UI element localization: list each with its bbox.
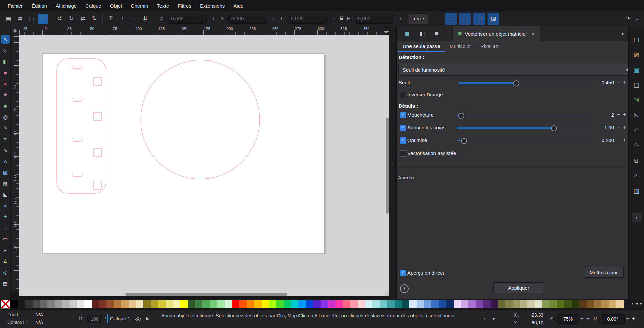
commands-overflow-button[interactable]: ▾ [631,213,642,222]
pages-tool[interactable]: ▤ [1,279,10,288]
menu-filtres[interactable]: Filtres [173,3,196,9]
y-input[interactable] [228,14,267,24]
invert-image-checkbox[interactable] [400,92,406,98]
flip-vertical-button[interactable]: ⇅ [89,14,99,24]
rotate-ccw-button[interactable]: ↺ [55,14,65,24]
lock-ratio-icon[interactable] [339,15,344,22]
color-swatch[interactable] [498,300,505,308]
vertical-ruler[interactable]: 0255075100125150175200225 [11,35,19,292]
tab-une-seule-passe[interactable]: Une seule passe [398,41,445,52]
color-swatch[interactable] [313,300,321,308]
color-swatch[interactable] [446,300,454,308]
text-tool[interactable]: A [1,157,10,166]
vertical-scrollbar[interactable] [385,35,389,292]
color-swatch[interactable] [25,300,33,308]
selector-tool[interactable]: ↖ [1,35,10,44]
speckles-checkbox[interactable] [400,112,406,118]
gradient-tool[interactable]: ▧ [1,168,10,177]
color-swatch[interactable] [92,300,99,308]
color-swatch[interactable] [468,300,476,308]
smooth-corners-slider-knob[interactable] [551,125,557,131]
color-swatch[interactable] [232,300,239,308]
color-swatch[interactable] [47,300,55,308]
dock-menu-chevron-icon[interactable]: ▾ [621,31,624,36]
color-swatch[interactable] [402,300,409,308]
save-button[interactable]: ▣ [631,65,641,75]
color-swatch[interactable] [173,300,180,308]
spray-tool[interactable]: ∴ [1,223,10,232]
color-swatch[interactable] [276,300,284,308]
dropper-tool[interactable]: ◣ [1,190,10,199]
measure-tool[interactable]: ∠ [1,257,10,265]
layer-lock-icon[interactable] [145,316,149,322]
color-swatch[interactable] [202,300,210,308]
new-document-button[interactable]: ▢ [631,35,641,45]
height-spinner[interactable]: −+ [395,16,403,22]
layer-visibility-icon[interactable] [135,317,141,323]
mesh-tool[interactable]: ▦ [1,179,10,188]
color-swatch[interactable] [483,300,491,308]
palette-scroll-left-icon[interactable]: ◂ [636,301,638,306]
zoom-minus-button[interactable]: − [580,316,583,322]
smooth-corners-value[interactable]: 1,00 [593,124,614,131]
color-swatch[interactable] [587,300,594,308]
color-swatch[interactable] [417,300,424,308]
color-swatch[interactable] [151,300,158,308]
rectangle-tool[interactable]: ■ [1,68,10,77]
color-swatch[interactable] [616,300,624,308]
pencil-tool[interactable]: ✎ [1,124,10,132]
paste-button[interactable]: ▥ [631,186,641,196]
menu-aide[interactable]: Aide [229,3,248,9]
menu-chemin[interactable]: Chemin [127,3,153,9]
x-input[interactable] [168,14,207,24]
fill-value[interactable]: N/A [35,312,43,317]
color-swatch[interactable] [321,300,328,308]
color-swatch[interactable] [10,300,18,308]
raise-button[interactable]: ↑ [118,14,128,24]
color-swatch[interactable] [358,300,365,308]
color-swatch[interactable] [431,300,439,308]
color-swatch[interactable] [380,300,387,308]
color-swatch[interactable] [609,300,616,308]
apply-button[interactable]: Appliquer [493,282,544,293]
rotate-cw-button[interactable]: ↻ [66,14,76,24]
units-dropdown[interactable]: mm ▾ [409,13,428,24]
color-swatch[interactable] [55,300,62,308]
color-swatch[interactable] [77,300,84,308]
menu-calque[interactable]: Calque [81,3,106,9]
color-swatch[interactable] [158,300,166,308]
color-swatch[interactable] [491,300,498,308]
optimize-slider[interactable] [457,140,590,141]
calligraphy-tool[interactable]: ∿ [1,146,10,155]
live-preview-checkbox[interactable] [400,270,406,276]
threshold-slider-knob[interactable] [513,80,519,86]
scale-stroke-toggle-button[interactable]: ▭ [445,13,457,25]
color-swatch[interactable] [18,300,25,308]
color-swatch[interactable] [284,300,291,308]
deselect-button[interactable]: ▢ [26,14,36,24]
color-swatch[interactable] [166,300,173,308]
info-icon[interactable]: i [400,284,409,293]
color-swatch[interactable] [40,300,47,308]
smooth-corners-plus-button[interactable]: + [623,124,626,130]
color-swatch[interactable] [33,300,40,308]
star-tool[interactable]: ★ [1,90,10,99]
color-swatch[interactable] [520,300,527,308]
dialog-align-icon[interactable]: ≡ [435,30,438,37]
no-color-swatch[interactable] [1,300,10,309]
shape-builder-tool[interactable]: ◧ [1,57,10,66]
threshold-slider[interactable] [458,82,590,84]
palette-menu-chevron-icon[interactable]: ▾ [631,301,633,306]
menu-objet[interactable]: Objet [106,3,127,9]
rotation-input[interactable]: 0,00° [601,314,625,324]
color-swatch[interactable] [350,300,358,308]
color-swatch[interactable] [424,300,431,308]
menu-edition[interactable]: Édition [27,3,51,9]
color-swatch[interactable] [335,300,343,308]
lower-to-bottom-button[interactable]: ⇊ [140,14,150,24]
color-swatch[interactable] [99,300,106,308]
opacity-spinner[interactable]: −+ [102,316,107,320]
color-swatch[interactable] [601,300,609,308]
color-swatch[interactable] [291,300,298,308]
dialog-layers-icon[interactable]: ≣ [405,30,409,37]
